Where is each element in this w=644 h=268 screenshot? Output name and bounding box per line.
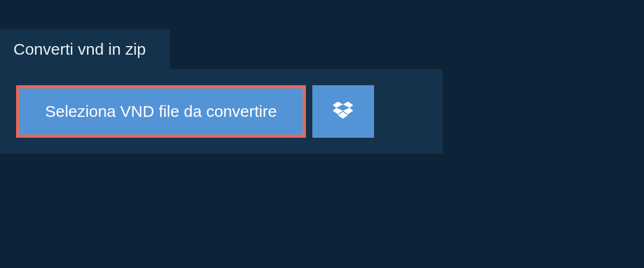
tab-convert[interactable]: Converti vnd in zip bbox=[0, 29, 170, 69]
dropbox-button[interactable] bbox=[312, 85, 374, 138]
tab-container: Converti vnd in zip Seleziona VND file d… bbox=[0, 29, 644, 154]
select-file-label: Seleziona VND file da convertire bbox=[45, 102, 277, 121]
content-panel: Seleziona VND file da convertire bbox=[0, 69, 443, 154]
dropbox-icon bbox=[333, 100, 353, 123]
select-file-button[interactable]: Seleziona VND file da convertire bbox=[16, 85, 306, 138]
button-row: Seleziona VND file da convertire bbox=[16, 85, 427, 138]
tab-title: Converti vnd in zip bbox=[13, 40, 146, 58]
